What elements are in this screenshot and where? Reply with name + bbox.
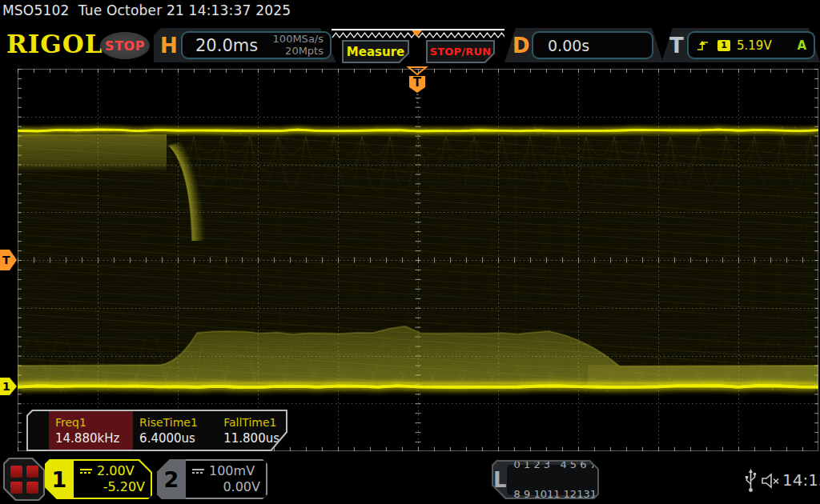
channel1-ground-marker-label: 1 [2,380,10,393]
run-state-badge: STOP [100,32,150,59]
horizontal-label: H [160,35,178,56]
channel1-ground-marker[interactable]: 1 [0,378,17,395]
trigger-position-marker[interactable]: T [404,66,431,106]
logic-channel-numbers: 0 1 2 3 4 5 6 78 9 1011 12131415 [507,465,617,495]
trigger-level-marker-label: T [2,254,10,266]
channel2-block[interactable]: 2 100mV 0.00V [157,459,267,499]
rigol-logo: RIGOL [6,28,103,58]
usb-icon [744,468,758,494]
oscilloscope-screen: MSO5102 Tue October 21 14:13:37 2025 RIG… [0,0,820,504]
measurement-value: 6.4000us [139,431,211,446]
horizontal-position-indicator[interactable] [332,29,504,41]
titlebar-text: MSO5102 Tue October 21 14:13:37 2025 [2,2,291,18]
trigger-level-marker[interactable]: T [0,250,17,270]
measurement-label: RiseTime1 [139,416,211,429]
measurement-label: FallTime1 [223,416,279,429]
sample-rate: 100MSa/s20Mpts [273,34,324,58]
measurement-value: 14.880kHz [55,431,127,446]
channel2-offset: 0.00V [223,479,260,495]
delay-label: D [512,35,530,56]
memory-depth-value: 20Mpts [285,45,324,57]
timebase-box[interactable]: 20.0ms 100MSa/s20Mpts [181,31,332,59]
sample-rate-value: 100MSa/s [273,33,324,45]
measurement-falltime1[interactable]: FallTime1 11.800us [217,411,286,450]
channel2-badge: 2 [157,459,186,499]
measurement-label: Freq1 [55,416,127,429]
channel1-scale: 2.00V [97,463,135,479]
menu-grid-icon [5,459,43,499]
measure-button-label: Measure [344,42,408,62]
dc-coupling-icon [80,469,92,474]
measurement-panel[interactable]: Freq1 14.880kHz RiseTime1 6.4000us FallT… [26,410,287,451]
rising-slope-icon [696,39,709,52]
delay-box[interactable]: 0.00s [532,31,653,59]
logic-channels-block[interactable]: L 0 1 2 3 4 5 6 78 9 1011 12131415 [492,460,599,499]
channel2-scale: 100mV [209,463,255,479]
speaker-muted-icon[interactable] [761,472,782,490]
channel1-block[interactable]: 1 2.00V -5.20V [45,459,152,499]
menu-grid-button[interactable] [3,458,45,501]
status-clock: 14:13 [782,470,820,490]
delay-value: 0.00s [548,37,589,54]
channel1-offset: -5.20V [103,479,145,495]
trigger-sweep-mode: A [797,38,806,53]
trigger-source-badge: 1 [718,40,730,51]
trigger-box[interactable]: 1 5.19V A [687,31,815,59]
channel1-badge: 1 [45,459,74,499]
logic-row2: 8 9 1011 12131415 [514,487,617,502]
logic-label: L [493,468,507,492]
measurement-risetime1[interactable]: RiseTime1 6.4000us [133,411,217,450]
stop-run-button-label: STOP/RUN [428,42,493,62]
stop-run-button[interactable]: STOP/RUN [426,40,495,63]
measurement-value: 11.800us [223,431,279,446]
measure-button[interactable]: Measure [342,40,409,63]
measurement-freq1[interactable]: Freq1 14.880kHz [49,411,133,450]
logic-row1: 0 1 2 3 4 5 6 7 [514,458,617,472]
svg-text:T: T [413,75,422,90]
trigger-level-value: 5.19V [737,38,772,53]
trigger-label: T [669,35,684,56]
dc-coupling-icon [192,469,204,474]
waveform-display [18,69,818,451]
timebase-value: 20.0ms [195,36,258,55]
